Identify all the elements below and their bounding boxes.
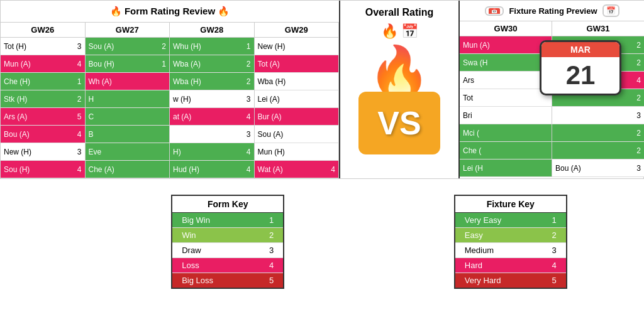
table-row: C (86, 108, 170, 126)
table-row: H (86, 90, 170, 108)
fixture-key-table: Fixture Key Very Easy 1 Easy 2 Medium 3 … (454, 195, 567, 289)
table-row: Che ( (460, 142, 552, 160)
fixture-key-label-medium: Medium (465, 246, 494, 255)
table-row: Sou (H)4 (1, 161, 86, 178)
fixture-key-value-medium: 3 (552, 246, 557, 255)
table-row: Ars (A)5 (1, 108, 86, 126)
form-rating-title: 🔥 Form Rating Review 🔥 (1, 1, 339, 23)
fixture-key-label-veryhard: Very Hard (465, 276, 501, 285)
form-cols: GW26 Tot (H)3 Mun (A)4 Che (H)1 Stk (H)2… (1, 23, 339, 178)
table-row: Sou (A)2 (86, 38, 170, 55)
form-key-value-bigloss: 5 (269, 276, 274, 285)
table-row: Eve (86, 143, 170, 161)
calendar-day: 21 (541, 57, 619, 94)
table-row: Hud (H)4 (170, 161, 255, 178)
table-row: Bou (A)4 (1, 126, 86, 143)
overall-rating-title: Overall Rating (360, 1, 438, 23)
form-col-gw28: GW28 Whu (H)1 Wba (A)2 Wba (H)2 w (H)3 a… (170, 23, 255, 178)
table-row: w (H)3 (170, 90, 255, 108)
fixture-cols: GW30 Mun (A)4 Swa (H Ars Tot Bri Mci ( C… (460, 21, 644, 177)
form-col-gw29: GW29 New (H) Tot (A) Wba (H) Lei (A) Bur… (255, 23, 340, 178)
calendar-icon-box: 📅 (485, 6, 504, 16)
bottom-section: Form Key Big Win 1 Win 2 Draw 3 Loss 4 B… (0, 185, 644, 298)
table-row: Bri (460, 107, 552, 124)
form-key-value-loss: 4 (269, 261, 274, 270)
table-row: at (A)4 (170, 108, 255, 126)
vs-badge: VS (358, 92, 440, 154)
form-col-gw26: GW26 Tot (H)3 Mun (A)4 Che (H)1 Stk (H)2… (1, 23, 86, 178)
table-row: 2 (552, 142, 644, 160)
form-key-label-bigwin: Big Win (182, 215, 210, 225)
form-col-header-gw27: GW27 (86, 23, 170, 38)
fixture-key-label-veryeasy: Very Easy (465, 215, 502, 225)
form-key-label-loss: Loss (182, 261, 199, 270)
form-key-value-win: 2 (269, 230, 274, 240)
form-col-header-gw29: GW29 (255, 23, 340, 38)
form-key-label-draw: Draw (182, 246, 201, 255)
calendar-small-emoji: 📅 (401, 23, 418, 40)
table-row: Che (H)1 (1, 73, 86, 90)
calendar-emoji-right: 📅 (606, 6, 616, 15)
table-row: Mun (H) (255, 143, 340, 161)
fixture-key-row-easy: Easy 2 (455, 228, 566, 243)
table-row: H)4 (170, 143, 255, 161)
table-row: Bou (H)1 (86, 55, 170, 73)
table-row: New (H) (255, 38, 340, 55)
form-key-row-draw: Draw 3 (172, 243, 283, 258)
table-row: Che (A) (86, 161, 170, 178)
table-row: Wba (H) (255, 73, 340, 90)
table-row: Lei (H (460, 160, 552, 177)
table-row: B (86, 126, 170, 143)
form-col-gw27: GW27 Sou (A)2 Bou (H)1 Wh (A) H C B Eve … (86, 23, 170, 178)
fixture-key-row-hard: Hard 4 (455, 258, 566, 273)
overall-rating-body: 🔥 📅 🔥 VS (340, 23, 458, 178)
form-col-header-gw28: GW28 (170, 23, 255, 38)
table-row: Tot (A) (255, 55, 340, 73)
form-key-row-win: Win 2 (172, 228, 283, 243)
table-row: Wba (H)2 (170, 73, 255, 90)
table-row: Mci ( (460, 124, 552, 142)
table-row: Wh (A) (86, 73, 170, 90)
form-key-row-bigwin: Big Win 1 (172, 213, 283, 228)
main-container: 🔥 Form Rating Review 🔥 GW26 Tot (H)3 Mun… (0, 0, 644, 298)
fixture-key-row-veryhard: Very Hard 5 (455, 273, 566, 288)
form-key-row-bigloss: Big Loss 5 (172, 273, 283, 288)
table-row: Mun (A)4 (460, 36, 552, 54)
fixture-col-header-gw30: GW30 (460, 21, 552, 36)
table-row: Stk (H)2 (1, 90, 86, 108)
table-row: Lei (A) (255, 90, 340, 108)
fixture-key-value-easy: 2 (552, 230, 557, 240)
vs-container: 🔥 VS (340, 43, 458, 178)
form-key-label-bigloss: Big Loss (182, 276, 213, 285)
form-key-title: Form Key (172, 196, 283, 213)
calendar-overlay: MAR 21 (540, 40, 621, 95)
fixture-key-value-hard: 4 (552, 261, 557, 270)
fixture-col-header-gw31: GW31 (552, 21, 644, 36)
form-key-label-win: Win (182, 230, 196, 240)
fire-calendar-icons: 🔥 📅 (381, 23, 418, 40)
table-row: Wba (A)2 (170, 55, 255, 73)
table-row: Sou (A) (255, 126, 340, 143)
table-row: Wat (A)4 (255, 161, 340, 178)
table-row: 2 (552, 124, 644, 142)
fixture-key-row-veryeasy: Very Easy 1 (455, 213, 566, 228)
table-row: Bou (A)3 (552, 160, 644, 177)
calendar-month-header: MAR (541, 42, 619, 57)
overall-rating-section: Overall Rating 🔥 📅 🔥 VS (340, 1, 460, 178)
form-key-table: Form Key Big Win 1 Win 2 Draw 3 Loss 4 B… (171, 195, 284, 289)
fixture-key-value-veryhard: 5 (552, 276, 557, 285)
fixture-key-label-hard: Hard (465, 261, 482, 270)
fixture-key-title: Fixture Key (455, 196, 566, 213)
fixture-key-value-veryeasy: 1 (552, 215, 557, 225)
table-row: Whu (H)1 (170, 38, 255, 55)
calendar-icon-box-right: 📅 (602, 4, 619, 17)
table-row: Mun (A)4 (1, 55, 86, 73)
form-key-value-draw: 3 (269, 246, 274, 255)
fixture-key-label-easy: Easy (465, 230, 483, 240)
form-rating-section: 🔥 Form Rating Review 🔥 GW26 Tot (H)3 Mun… (1, 1, 340, 178)
calendar-month: 📅 (489, 8, 500, 14)
fixture-key-row-medium: Medium 3 (455, 243, 566, 258)
table-row: Tot (460, 89, 552, 107)
table-row: Tot (H)3 (1, 38, 86, 55)
fixture-col-gw30: GW30 Mun (A)4 Swa (H Ars Tot Bri Mci ( C… (460, 21, 552, 177)
